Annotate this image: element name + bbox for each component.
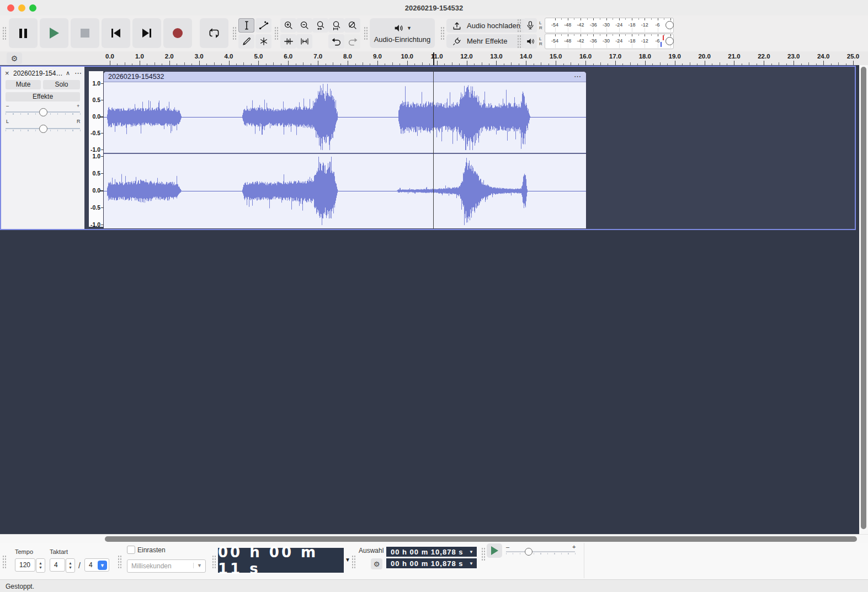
draw-tool-button[interactable] bbox=[238, 34, 254, 49]
playback-speaker-button[interactable] bbox=[524, 34, 537, 49]
tempo-input[interactable]: 120 bbox=[15, 558, 35, 572]
skip-to-start-button[interactable] bbox=[102, 18, 130, 48]
upload-audio-button[interactable]: Audio hochladen bbox=[446, 19, 527, 33]
meter-scale-label: -24 bbox=[615, 38, 622, 44]
meter-minor-tick bbox=[613, 18, 613, 20]
meter-tick bbox=[658, 18, 658, 20]
horizontal-scrollbar[interactable] bbox=[0, 534, 868, 543]
tools-toolbar-grip[interactable] bbox=[232, 26, 237, 40]
selection-options-button[interactable]: ⚙ bbox=[371, 558, 382, 569]
meter-gridline bbox=[632, 44, 632, 48]
mute-button[interactable]: Mute bbox=[6, 80, 41, 89]
ruler-tick-label: 8.0 bbox=[338, 53, 358, 60]
time-toolbar-grip[interactable] bbox=[212, 555, 216, 568]
waveform-left-channel[interactable] bbox=[104, 82, 586, 153]
clip-menu-icon[interactable]: ⋯ bbox=[574, 72, 582, 81]
vertical-scale-ruler[interactable]: 1.00.50.0-0.5-1.01.00.50.0-0.5-1.0 bbox=[89, 71, 103, 227]
audio-setup-button[interactable]: ▼ Audio-Einrichtung bbox=[370, 18, 435, 48]
recording-meter-grip[interactable] bbox=[517, 19, 521, 32]
ruler-tick bbox=[437, 61, 438, 65]
transport-toolbar-grip[interactable] bbox=[2, 26, 7, 40]
horizontal-scrollbar-thumb[interactable] bbox=[105, 536, 857, 542]
undo-icon bbox=[331, 36, 342, 47]
recording-meter[interactable]: L R -54-48-42-36-30-24-18-12-6 bbox=[517, 18, 674, 33]
selection-end-field[interactable]: 00 h 00 m 10,878 s ▼ bbox=[386, 558, 477, 568]
zoom-out-button[interactable] bbox=[296, 18, 312, 33]
more-effects-button[interactable]: Mehr Effekte bbox=[446, 34, 527, 48]
track-area[interactable]: × 20260219-154… ∧ ⋯ Mute Solo Effekte – … bbox=[0, 65, 859, 534]
pause-button[interactable] bbox=[9, 18, 38, 48]
zoom-toggle-button[interactable] bbox=[344, 18, 360, 33]
record-button[interactable] bbox=[163, 18, 192, 48]
envelope-tool-button[interactable] bbox=[255, 18, 271, 33]
meter-minor-tick bbox=[561, 34, 562, 36]
time-signature-toolbar-grip[interactable] bbox=[2, 555, 7, 568]
track-menu-icon[interactable]: ⋯ bbox=[74, 69, 82, 77]
status-bar: Gestoppt. bbox=[0, 579, 868, 592]
meter-scale-label: -12 bbox=[641, 38, 648, 44]
snap-format-select[interactable]: Millisekunden ▼ bbox=[127, 559, 206, 573]
playback-meter-grip[interactable] bbox=[517, 35, 521, 48]
selection-start-field[interactable]: 00 h 00 m 10,878 s ▼ bbox=[386, 547, 477, 557]
gain-slider-thumb[interactable] bbox=[39, 108, 47, 116]
clip-header[interactable]: 20260219-154532 ⋯ bbox=[104, 72, 586, 82]
microphone-button[interactable] bbox=[524, 18, 537, 33]
snap-checkbox[interactable] bbox=[127, 546, 135, 554]
meter-tick bbox=[645, 18, 645, 20]
edit-cursor-line bbox=[433, 71, 434, 229]
timesig-upper-input[interactable]: 4 bbox=[50, 558, 65, 572]
recording-meter-bar[interactable]: -54-48-42-36-30-24-18-12-6 bbox=[545, 18, 674, 33]
playback-meter-bar[interactable]: -54-48-42-36-30-24-18-12-6 bbox=[545, 34, 674, 49]
selection-tool-button[interactable] bbox=[238, 18, 254, 33]
ruler-tick bbox=[467, 61, 467, 65]
effects-button[interactable]: Effekte bbox=[6, 92, 80, 102]
close-track-icon[interactable]: × bbox=[5, 69, 9, 77]
ruler-tick bbox=[110, 61, 110, 65]
zoom-to-selection-button[interactable] bbox=[312, 18, 328, 33]
meter-gridline bbox=[619, 28, 620, 32]
play-at-speed-button[interactable] bbox=[487, 543, 502, 558]
meter-minor-tick bbox=[625, 18, 626, 20]
timeline-ruler[interactable]: ⚙ 0.01.02.03.04.05.06.07.08.09.010.011.0… bbox=[0, 51, 868, 65]
audio-track[interactable]: × 20260219-154… ∧ ⋯ Mute Solo Effekte – … bbox=[0, 66, 856, 230]
fit-project-button[interactable] bbox=[328, 18, 344, 33]
share-toolbar-grip[interactable] bbox=[440, 26, 445, 40]
stop-button[interactable] bbox=[71, 18, 99, 48]
timesig-lower-select[interactable]: 4 ▼ bbox=[84, 558, 109, 572]
redo-button[interactable] bbox=[344, 34, 360, 49]
meter-tick bbox=[581, 34, 581, 36]
audio-clip[interactable]: 20260219-154532 ⋯ bbox=[103, 71, 587, 229]
meter-scale-label: -6 bbox=[656, 22, 660, 28]
tempo-stepper[interactable]: ▲▼ bbox=[36, 558, 45, 573]
ruler-tick-label: 2.0 bbox=[159, 53, 179, 60]
trim-audio-button[interactable] bbox=[280, 34, 296, 49]
playhead-cursor[interactable] bbox=[433, 52, 434, 65]
play-speed-slider[interactable] bbox=[506, 551, 575, 552]
selection-toolbar-grip[interactable] bbox=[352, 555, 356, 568]
meter-channel-labels: L R bbox=[539, 20, 542, 30]
skip-to-end-button[interactable] bbox=[132, 18, 161, 48]
zoom-in-button[interactable] bbox=[280, 18, 296, 33]
edit-toolbar-grip[interactable] bbox=[274, 26, 279, 40]
snapping-toolbar-grip[interactable] bbox=[118, 555, 122, 568]
play-speed-toolbar-grip[interactable] bbox=[481, 547, 486, 561]
time-display-dropdown-icon[interactable]: ▼ bbox=[345, 557, 350, 563]
loop-button[interactable] bbox=[200, 18, 228, 48]
silence-audio-button[interactable] bbox=[296, 34, 312, 49]
play-button[interactable] bbox=[40, 18, 68, 48]
timeline-options-button[interactable]: ⚙ bbox=[7, 52, 22, 64]
play-speed-slider-thumb[interactable] bbox=[525, 548, 532, 556]
waveform-right-channel[interactable] bbox=[104, 154, 586, 228]
time-display[interactable]: 00 h 00 m 11 s bbox=[218, 548, 344, 573]
playback-meter[interactable]: L R -54-48-42-36-30-24-18-12-6 bbox=[517, 34, 674, 49]
collapse-track-icon[interactable]: ∧ bbox=[66, 70, 70, 77]
vertical-scrollbar-thumb[interactable] bbox=[861, 67, 866, 529]
multi-tool-button[interactable] bbox=[255, 34, 271, 49]
undo-button[interactable] bbox=[328, 34, 344, 49]
pan-slider-thumb[interactable] bbox=[39, 125, 47, 133]
vertical-scrollbar[interactable] bbox=[859, 65, 868, 534]
solo-button[interactable]: Solo bbox=[43, 80, 80, 89]
setup-toolbar-grip[interactable] bbox=[364, 26, 368, 40]
track-name[interactable]: 20260219-154… bbox=[13, 70, 64, 77]
timesig-upper-stepper[interactable]: ▲▼ bbox=[66, 558, 75, 573]
